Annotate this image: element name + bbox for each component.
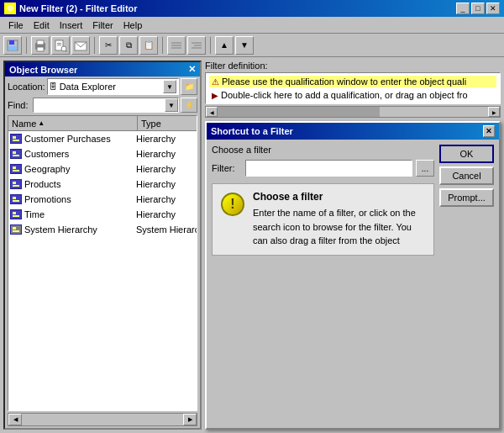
filter-scroll-left[interactable]: ◀ bbox=[206, 107, 218, 117]
svg-rect-1 bbox=[9, 40, 14, 45]
item-icon-5 bbox=[10, 209, 22, 220]
toolbar-separator-2 bbox=[94, 37, 95, 54]
list-item[interactable]: Geography Hierarchy bbox=[8, 161, 197, 177]
item-icon-1 bbox=[10, 148, 22, 160]
filter-input-row: Filter: ... bbox=[212, 160, 434, 177]
menu-filter[interactable]: Filter bbox=[87, 18, 118, 32]
location-text: Data Explorer bbox=[60, 82, 116, 92]
move-up-button[interactable]: ▲ bbox=[215, 36, 234, 55]
move-down-button[interactable]: ▼ bbox=[235, 36, 254, 55]
toolbar-separator-4 bbox=[210, 37, 211, 54]
info-text: Enter the name of a filter, or click on … bbox=[253, 206, 425, 248]
scroll-left-button[interactable]: ◀ bbox=[8, 414, 22, 425]
filter-input-label: Filter: bbox=[212, 163, 242, 173]
location-dropdown[interactable]: 🗄 Data Explorer ▼ bbox=[47, 78, 179, 95]
toolbar-separator-3 bbox=[162, 37, 163, 54]
menu-file[interactable]: File bbox=[3, 18, 29, 32]
find-filter-button[interactable]: ⚡ bbox=[181, 98, 197, 113]
filter-def-text2: Double-click here to add a qualification… bbox=[221, 90, 468, 100]
cut-button[interactable]: ✂ bbox=[99, 36, 118, 55]
ok-button[interactable]: OK bbox=[439, 145, 494, 163]
svg-line-10 bbox=[66, 50, 67, 52]
list-item[interactable]: Products Hierarchy bbox=[8, 177, 197, 192]
copy-button[interactable]: ⧉ bbox=[119, 36, 138, 55]
filter-definition-label: Filter definition: bbox=[205, 61, 501, 71]
toolbar: ✂ ⧉ 📋 ▲ ▼ bbox=[0, 34, 504, 57]
svg-rect-5 bbox=[37, 47, 44, 51]
browser-horizontal-scrollbar[interactable]: ◀ ▶ bbox=[8, 413, 197, 426]
filter-name-input[interactable] bbox=[245, 160, 412, 177]
find-label: Find: bbox=[8, 100, 31, 110]
outdent-button[interactable] bbox=[187, 36, 206, 55]
find-dropdown-arrow[interactable]: ▼ bbox=[165, 98, 178, 112]
right-panel: Filter definition: ⚠ Please use the qual… bbox=[203, 57, 504, 433]
menu-bar: File Edit Insert Filter Help bbox=[0, 17, 504, 34]
minimize-button[interactable]: _ bbox=[456, 3, 470, 14]
filter-def-scrollbar[interactable]: ◀ ▶ bbox=[205, 106, 501, 118]
location-value-display: 🗄 Data Explorer bbox=[50, 82, 163, 92]
info-content: Choose a filter Enter the name of a filt… bbox=[253, 191, 425, 248]
find-row: Find: ▼ ⚡ bbox=[5, 97, 200, 114]
item-icon-3 bbox=[10, 178, 22, 190]
location-row: Location: 🗄 Data Explorer ▼ 📁 bbox=[5, 77, 200, 97]
name-column-header: Name ▲ bbox=[8, 116, 138, 130]
filter-scroll-track[interactable] bbox=[218, 107, 488, 117]
shortcut-dialog-close-button[interactable]: ✕ bbox=[483, 125, 495, 137]
data-explorer-icon: 🗄 bbox=[50, 82, 57, 91]
filter-scroll-right[interactable]: ▶ bbox=[488, 107, 500, 117]
filter-def-text1: Please use the qualification window to e… bbox=[222, 77, 466, 87]
list-header: Name ▲ Type bbox=[8, 116, 197, 131]
title-bar-controls: _ □ ✕ bbox=[456, 3, 500, 14]
filter-def-line2: ▶ Double-click here to add a qualificati… bbox=[209, 89, 496, 101]
menu-help[interactable]: Help bbox=[118, 18, 148, 32]
item-name-3: Products bbox=[24, 179, 136, 189]
window-title: New Filter (2) - Filter Editor bbox=[19, 3, 138, 13]
indent-button[interactable] bbox=[167, 36, 186, 55]
email-button[interactable] bbox=[71, 36, 90, 55]
svg-rect-7 bbox=[57, 43, 61, 44]
list-item[interactable]: System Hierarchy System Hierarch bbox=[8, 222, 197, 237]
title-bar: ⚙ New Filter (2) - Filter Editor _ □ ✕ bbox=[0, 0, 504, 17]
item-type-5: Hierarchy bbox=[136, 209, 195, 219]
close-window-button[interactable]: ✕ bbox=[486, 3, 500, 14]
type-column-header: Type bbox=[138, 116, 197, 130]
location-label: Location: bbox=[8, 82, 45, 92]
svg-rect-2 bbox=[8, 46, 17, 50]
item-name-1: Customers bbox=[24, 149, 136, 159]
object-browser-close-button[interactable]: ✕ bbox=[188, 64, 196, 75]
object-browser-panel: Object Browser ✕ Location: 🗄 Data Explor… bbox=[3, 61, 202, 430]
list-item[interactable]: Time Hierarchy bbox=[8, 207, 197, 222]
print-button[interactable] bbox=[31, 36, 50, 55]
print-preview-button[interactable] bbox=[51, 36, 70, 55]
scroll-track[interactable] bbox=[22, 414, 183, 425]
cancel-button[interactable]: Cancel bbox=[439, 166, 494, 185]
shortcut-dialog: Shortcut to a Filter ✕ Choose a filter F… bbox=[205, 121, 501, 430]
item-name-2: Geography bbox=[24, 164, 136, 174]
save-close-button[interactable] bbox=[3, 36, 22, 55]
scroll-right-button[interactable]: ▶ bbox=[183, 414, 197, 425]
arrow-right-icon: ▶ bbox=[212, 91, 218, 100]
location-dropdown-arrow[interactable]: ▼ bbox=[163, 80, 176, 93]
list-item[interactable]: Promotions Hierarchy bbox=[8, 192, 197, 207]
main-content: Object Browser ✕ Location: 🗄 Data Explor… bbox=[0, 57, 504, 433]
location-browse-button[interactable]: 📁 bbox=[181, 78, 197, 95]
object-browser-title-bar: Object Browser ✕ bbox=[5, 62, 200, 77]
maximize-button[interactable]: □ bbox=[471, 3, 485, 14]
item-type-6: System Hierarch bbox=[136, 224, 195, 235]
shortcut-dialog-body: Choose a filter Filter: ... ! Choose a f… bbox=[207, 140, 499, 428]
filter-browse-button[interactable]: ... bbox=[416, 160, 434, 177]
prompt-button[interactable]: Prompt... bbox=[439, 188, 494, 207]
menu-edit[interactable]: Edit bbox=[29, 18, 55, 32]
item-type-1: Hierarchy bbox=[136, 149, 195, 159]
item-type-3: Hierarchy bbox=[136, 179, 195, 189]
list-item[interactable]: Customer Purchases Hierarchy bbox=[8, 131, 197, 146]
svg-rect-4 bbox=[37, 40, 44, 45]
toolbar-separator-1 bbox=[26, 37, 27, 54]
find-input[interactable] bbox=[34, 98, 165, 112]
item-type-2: Hierarchy bbox=[136, 164, 195, 174]
browser-list: Name ▲ Type Customer Purchases Hierarchy… bbox=[8, 115, 197, 411]
paste-button[interactable]: 📋 bbox=[139, 36, 158, 55]
list-item[interactable]: Customers Hierarchy bbox=[8, 146, 197, 161]
menu-insert[interactable]: Insert bbox=[55, 18, 88, 32]
filter-scroll-thumb[interactable] bbox=[218, 107, 380, 117]
